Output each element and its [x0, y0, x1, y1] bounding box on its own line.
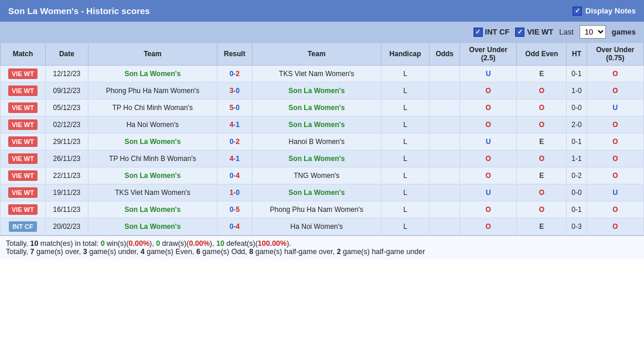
- cell-over-under: O: [460, 116, 517, 133]
- cell-odd-even: E: [517, 218, 567, 235]
- vie-wt-label: VIE WT: [527, 28, 553, 36]
- vie-wt-checkbox[interactable]: ✓: [515, 28, 524, 37]
- match-badge: VIE WT: [8, 153, 38, 164]
- cell-result: 3-0: [217, 83, 253, 100]
- cell-handicap: [430, 66, 460, 83]
- cell-over-under2: O: [587, 167, 643, 184]
- cell-team1: TP Ho Chi Minh Woman's: [88, 100, 217, 116]
- match-badge: VIE WT: [8, 119, 38, 130]
- cell-result-text: L: [381, 100, 429, 116]
- cell-result-text: L: [381, 218, 429, 235]
- cell-date: 20/02/23: [45, 218, 88, 235]
- col-odd-even: Odd Even: [517, 43, 567, 66]
- games-select[interactable]: 10 5 20 30 All: [580, 25, 606, 39]
- cell-match: VIE WT: [1, 100, 46, 116]
- cell-handicap: [430, 218, 460, 235]
- cell-team1: Son La Women's: [88, 167, 217, 184]
- cell-result-text: L: [381, 167, 429, 184]
- cell-over-under: O: [460, 167, 517, 184]
- cell-date: 29/11/23: [45, 133, 88, 150]
- summary-line1: Totally, 10 match(es) in total: 0 win(s)…: [6, 239, 638, 248]
- vie-wt-filter[interactable]: ✓ VIE WT: [515, 28, 553, 37]
- header-controls: ✓ Display Notes: [573, 6, 636, 16]
- cell-ht: 2-0: [567, 116, 587, 133]
- display-notes-checkbox[interactable]: ✓: [573, 6, 582, 16]
- cell-ht: 1-0: [567, 83, 587, 100]
- page-title: Son La Women's - Historic scores: [8, 6, 150, 16]
- cell-over-under: O: [460, 83, 517, 100]
- cell-over-under: O: [460, 150, 517, 167]
- header: Son La Women's - Historic scores ✓ Displ…: [0, 0, 644, 42]
- cell-date: 16/11/23: [45, 201, 88, 218]
- last-label: Last: [559, 28, 574, 36]
- cell-odd-even: E: [517, 167, 567, 184]
- cell-over-under: U: [460, 184, 517, 201]
- cell-result: 0-4: [217, 218, 253, 235]
- int-cf-label: INT CF: [485, 28, 510, 36]
- display-notes-label[interactable]: ✓ Display Notes: [573, 6, 636, 16]
- cell-over-under2: O: [587, 83, 643, 100]
- cell-handicap: [430, 184, 460, 201]
- cell-ht: 0-0: [567, 184, 587, 201]
- table-row: INT CF20/02/23Son La Women's0-4Ha Noi Wo…: [1, 218, 644, 235]
- cell-result: 0-2: [217, 66, 253, 83]
- int-cf-checkbox[interactable]: ✓: [473, 28, 483, 37]
- summary-line2: Totally, 7 game(s) over, 3 game(s) under…: [6, 248, 638, 256]
- cell-date: 19/11/23: [45, 184, 88, 201]
- match-badge: VIE WT: [8, 136, 38, 147]
- cell-team1: Son La Women's: [88, 218, 217, 235]
- cell-ht: 0-1: [567, 201, 587, 218]
- cell-odd-even: O: [517, 150, 567, 167]
- match-badge: VIE WT: [8, 204, 38, 215]
- cell-match: VIE WT: [1, 184, 46, 201]
- cell-odd-even: O: [517, 184, 567, 201]
- cell-over-under: U: [460, 133, 517, 150]
- cell-odd-even: O: [517, 116, 567, 133]
- table-row: VIE WT16/11/23Son La Women's0-5Phong Phu…: [1, 201, 644, 218]
- cell-ht: 0-1: [567, 133, 587, 150]
- cell-over-under: O: [460, 201, 517, 218]
- table-row: VIE WT12/12/23Son La Women's0-2TKS Viet …: [1, 66, 644, 83]
- cell-odd-even: O: [517, 83, 567, 100]
- cell-result: 4-1: [217, 116, 253, 133]
- cell-result: 5-0: [217, 100, 253, 116]
- table-row: VIE WT09/12/23Phong Phu Ha Nam Women's3-…: [1, 83, 644, 100]
- cell-odd-even: E: [517, 66, 567, 83]
- cell-ht: 0-0: [567, 100, 587, 116]
- cell-team1: Son La Women's: [88, 133, 217, 150]
- cell-over-under2: O: [587, 133, 643, 150]
- cell-result: 1-0: [217, 184, 253, 201]
- int-cf-filter[interactable]: ✓ INT CF: [473, 28, 510, 37]
- cell-result-text: L: [381, 184, 429, 201]
- cell-over-under2: O: [587, 116, 643, 133]
- cell-team2: Son La Women's: [252, 150, 381, 167]
- col-odds: Odds: [430, 43, 460, 66]
- col-handicap: Handicap: [381, 43, 429, 66]
- cell-ht: 0-3: [567, 218, 587, 235]
- match-badge: VIE WT: [8, 102, 38, 113]
- cell-team2: Hanoi B Women's: [252, 133, 381, 150]
- col-team2: Team: [252, 43, 381, 66]
- cell-match: VIE WT: [1, 167, 46, 184]
- cell-handicap: [430, 167, 460, 184]
- cell-result-text: L: [381, 133, 429, 150]
- cell-odd-even: E: [517, 133, 567, 150]
- cell-team1: TKS Viet Nam Women's: [88, 184, 217, 201]
- match-badge: VIE WT: [8, 85, 38, 96]
- cell-handicap: [430, 133, 460, 150]
- cell-team1: Phong Phu Ha Nam Women's: [88, 83, 217, 100]
- cell-odd-even: O: [517, 100, 567, 116]
- cell-handicap: [430, 150, 460, 167]
- summary-section: Totally, 10 match(es) in total: 0 win(s)…: [0, 235, 644, 259]
- cell-over-under2: O: [587, 150, 643, 167]
- cell-handicap: [430, 201, 460, 218]
- cell-team2: TNG Women's: [252, 167, 381, 184]
- cell-match: VIE WT: [1, 150, 46, 167]
- cell-date: 22/11/23: [45, 167, 88, 184]
- cell-result-text: L: [381, 150, 429, 167]
- cell-team2: Son La Women's: [252, 100, 381, 116]
- cell-team1: Son La Women's: [88, 201, 217, 218]
- cell-team1: TP Ho Chi Minh B Woman's: [88, 150, 217, 167]
- cell-match: VIE WT: [1, 66, 46, 83]
- cell-team2: Son La Women's: [252, 83, 381, 100]
